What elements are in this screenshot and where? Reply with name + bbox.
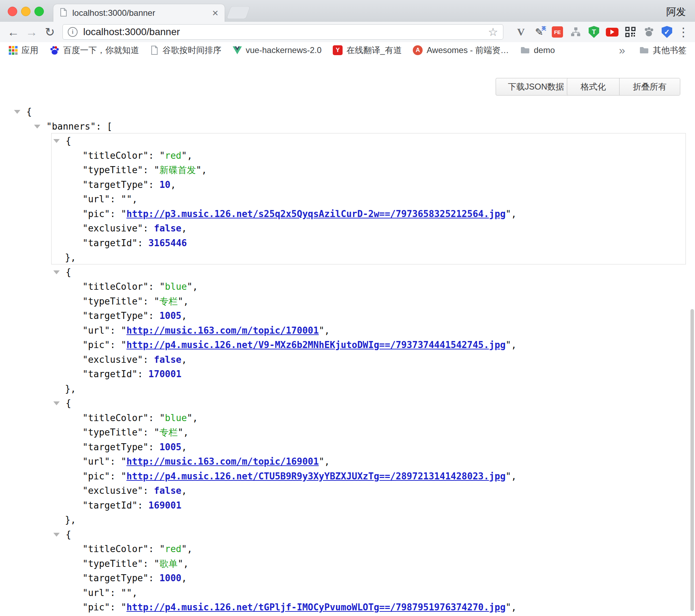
json-property: "url": "http://music.163.com/m/topic/169…: [0, 454, 695, 469]
json-link[interactable]: http://p4.music.126.net/tGPljf-IMOCyPvum…: [126, 602, 505, 612]
json-object: {"titleColor": "red","typeTitle": "歌单","…: [0, 527, 695, 616]
tab-bar: localhost:3000/banner × 阿发: [0, 0, 695, 22]
dictionary-extension-icon[interactable]: ✎英: [533, 25, 545, 39]
json-link[interactable]: http://music.163.com/m/topic/170001: [126, 325, 319, 336]
bookmark-label: Awesomes - 前端资…: [426, 45, 509, 56]
json-object: {"titleColor": "blue","typeTitle": "专栏",…: [0, 396, 695, 527]
collapse-toggle-icon[interactable]: [53, 139, 60, 143]
collapse-all-button[interactable]: 折叠所有: [619, 78, 680, 95]
bookmark-star-icon[interactable]: ☆: [488, 26, 498, 38]
format-collapse-group: 格式化 折叠所有: [567, 78, 680, 96]
paw-extension-icon[interactable]: [642, 25, 655, 39]
json-property: "pic": "http://p4.music.126.net/V9-MXz6b…: [0, 338, 695, 353]
youtube-extension-icon[interactable]: [606, 25, 618, 39]
collapse-toggle-icon[interactable]: [53, 533, 60, 537]
json-property: "typeTitle": "新碟首发",: [0, 163, 695, 178]
browser-menu-icon[interactable]: ⋮: [677, 22, 689, 42]
shield-check-extension-icon[interactable]: ✓: [661, 25, 673, 39]
bookmark-item[interactable]: Y在线翻译_有道: [333, 45, 402, 56]
collapse-toggle-icon[interactable]: [53, 401, 60, 405]
browser-tab[interactable]: localhost:3000/banner ×: [53, 4, 225, 22]
json-property: "exclusive": false,: [0, 484, 695, 498]
json-property: "titleColor": "red",: [0, 542, 695, 557]
json-property: "titleColor": "blue",: [0, 411, 695, 426]
json-object-close: },: [0, 382, 695, 397]
json-property: "pic": "http://p4.music.126.net/tGPljf-I…: [0, 600, 695, 615]
close-window-button[interactable]: [8, 7, 17, 16]
json-property: "targetId": 169001: [0, 498, 695, 513]
json-object-open: {: [0, 134, 695, 149]
json-property: "targetType": 1005,: [0, 309, 695, 323]
json-property: "pic": "http://p4.music.126.net/CTU5B9R9…: [0, 469, 695, 484]
collaboration-extension-icon[interactable]: [569, 25, 582, 39]
url-text[interactable]: localhost:3000/banner: [83, 26, 488, 38]
json-property: "targetType": 1005,: [0, 440, 695, 455]
other-bookmarks-folder[interactable]: 其他书签: [639, 45, 687, 56]
bookmark-item[interactable]: demo: [520, 45, 555, 55]
page-icon: [60, 8, 67, 18]
forward-button[interactable]: →: [22, 26, 41, 38]
collapse-toggle-icon[interactable]: [14, 110, 20, 114]
json-object-close: },: [0, 513, 695, 527]
bookmark-item[interactable]: 百度一下，你就知道: [49, 45, 139, 56]
collapse-toggle-icon[interactable]: [53, 270, 60, 274]
green-shield-extension-icon[interactable]: T: [588, 25, 600, 39]
json-link[interactable]: http://music.163.com/m/topic/169001: [126, 456, 319, 467]
json-property: "typeTitle": "歌单",: [0, 557, 695, 571]
json-property: "targetId": 3165446: [0, 236, 695, 251]
json-object-open: {: [0, 396, 695, 411]
address-bar[interactable]: i localhost:3000/banner ☆: [62, 24, 503, 40]
new-tab-button[interactable]: [227, 7, 250, 19]
collapse-toggle-icon[interactable]: [34, 125, 40, 129]
json-object-open: {: [0, 265, 695, 280]
vimium-extension-icon[interactable]: V: [515, 25, 527, 39]
bookmark-label: demo: [534, 45, 555, 55]
bookmark-label: vue-hackernews-2.0: [246, 45, 322, 55]
fe-extension-icon[interactable]: FE: [551, 25, 564, 39]
reload-button[interactable]: ↻: [41, 26, 59, 38]
json-link[interactable]: http://p4.music.126.net/CTU5B9R9y3XyYBZX…: [126, 471, 505, 481]
bookmark-favicon: Y: [333, 45, 343, 55]
page-content: 下载JSON数据 格式化 折叠所有 {"banners": [{"titleCo…: [0, 58, 695, 616]
zoom-window-button[interactable]: [34, 7, 44, 16]
bookmark-item[interactable]: AAwesomes - 前端资…: [413, 45, 509, 56]
vue-logo-icon: [233, 46, 242, 54]
apps-shortcut[interactable]: 应用: [8, 45, 38, 56]
json-link[interactable]: http://p3.music.126.net/s25q2x5QyqsAzilC…: [126, 209, 505, 219]
json-property: "typeTitle": "专栏",: [0, 294, 695, 309]
qr-code-extension-icon[interactable]: [624, 25, 637, 39]
format-button[interactable]: 格式化: [567, 78, 619, 95]
apps-label: 应用: [21, 45, 38, 56]
tab-close-icon[interactable]: ×: [212, 8, 218, 18]
json-viewer: {"banners": [{"titleColor": "red","typeT…: [0, 105, 695, 616]
json-property: "exclusive": false,: [0, 221, 695, 236]
json-property: "titleColor": "red",: [0, 149, 695, 163]
tab-title: localhost:3000/banner: [72, 8, 212, 18]
json-property: "url": "",: [0, 192, 695, 207]
extensions-area: V ✎英 FE T ✓: [515, 22, 673, 42]
folder-icon: [520, 46, 530, 54]
json-object: {"titleColor": "blue","typeTitle": "专栏",…: [0, 265, 695, 397]
back-button[interactable]: ←: [4, 26, 22, 38]
other-bookmarks-label: 其他书签: [653, 45, 687, 56]
bookmark-label: 百度一下，你就知道: [63, 45, 139, 56]
json-object: {"titleColor": "red","typeTitle": "新碟首发"…: [0, 134, 695, 265]
minimize-window-button[interactable]: [21, 7, 31, 16]
json-property: "url": "",: [0, 586, 695, 601]
json-property: "targetType": 10,: [0, 178, 695, 192]
play-icon: [610, 30, 614, 34]
bookmarks-overflow-icon[interactable]: »: [619, 44, 625, 57]
bookmark-label: 在线翻译_有道: [346, 45, 402, 56]
traffic-lights: [8, 7, 44, 16]
json-root-open: {: [0, 105, 695, 119]
info-icon[interactable]: i: [68, 27, 78, 37]
json-object-close: },: [0, 250, 695, 265]
bookmark-item[interactable]: vue-hackernews-2.0: [233, 45, 322, 55]
bookmark-item[interactable]: 谷歌按时间排序: [150, 45, 221, 56]
scrollbar-thumb[interactable]: [690, 309, 694, 611]
json-link[interactable]: http://p4.music.126.net/V9-MXz6b2MNhEKju…: [126, 340, 505, 350]
json-property: "url": "http://music.163.com/m/topic/170…: [0, 323, 695, 338]
page-icon: [150, 45, 159, 55]
bookmark-favicon: A: [413, 45, 423, 55]
download-json-button[interactable]: 下载JSON数据: [496, 78, 576, 96]
